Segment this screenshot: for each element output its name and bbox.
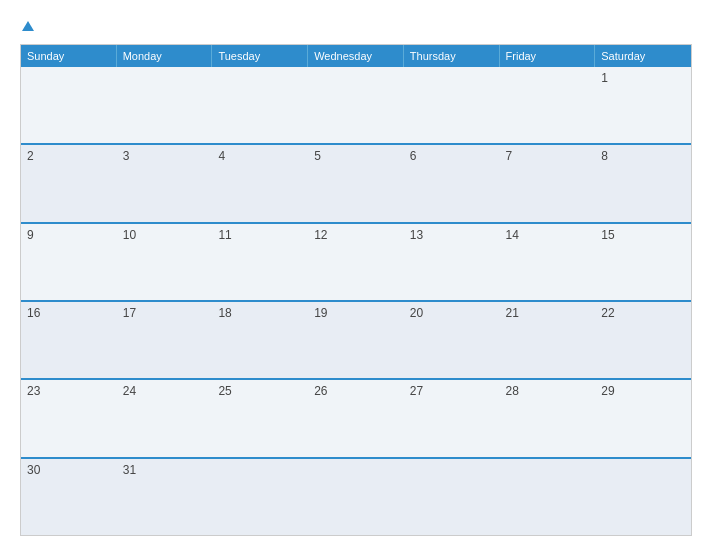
day-number: 12	[314, 228, 398, 242]
week-row-1: 1	[21, 67, 691, 143]
calendar-body: 1234567891011121314151617181920212223242…	[21, 67, 691, 535]
calendar-grid: SundayMondayTuesdayWednesdayThursdayFrid…	[20, 44, 692, 536]
empty-cell-w5d5	[500, 459, 596, 535]
day-number: 4	[218, 149, 302, 163]
day-28: 28	[500, 380, 596, 456]
day-18: 18	[212, 302, 308, 378]
day-12: 12	[308, 224, 404, 300]
week-row-4: 16171819202122	[21, 300, 691, 378]
day-5: 5	[308, 145, 404, 221]
day-header-saturday: Saturday	[595, 45, 691, 67]
day-11: 11	[212, 224, 308, 300]
day-number: 14	[506, 228, 590, 242]
day-30: 30	[21, 459, 117, 535]
day-number: 24	[123, 384, 207, 398]
day-number: 31	[123, 463, 207, 477]
day-20: 20	[404, 302, 500, 378]
day-10: 10	[117, 224, 213, 300]
empty-cell-w5d6	[595, 459, 691, 535]
day-24: 24	[117, 380, 213, 456]
day-number: 2	[27, 149, 111, 163]
logo-triangle-icon	[22, 21, 34, 31]
week-row-5: 23242526272829	[21, 378, 691, 456]
day-number: 13	[410, 228, 494, 242]
empty-cell-w5d3	[308, 459, 404, 535]
day-8: 8	[595, 145, 691, 221]
day-number: 8	[601, 149, 685, 163]
day-27: 27	[404, 380, 500, 456]
calendar-header	[20, 18, 692, 34]
day-number: 16	[27, 306, 111, 320]
day-number: 29	[601, 384, 685, 398]
day-header-monday: Monday	[117, 45, 213, 67]
day-number: 7	[506, 149, 590, 163]
day-31: 31	[117, 459, 213, 535]
day-15: 15	[595, 224, 691, 300]
empty-cell-w0d3	[308, 67, 404, 143]
day-number: 10	[123, 228, 207, 242]
day-22: 22	[595, 302, 691, 378]
day-number: 20	[410, 306, 494, 320]
day-header-sunday: Sunday	[21, 45, 117, 67]
calendar-page: SundayMondayTuesdayWednesdayThursdayFrid…	[0, 0, 712, 550]
day-29: 29	[595, 380, 691, 456]
day-number: 28	[506, 384, 590, 398]
empty-cell-w5d4	[404, 459, 500, 535]
empty-cell-w0d2	[212, 67, 308, 143]
empty-cell-w0d4	[404, 67, 500, 143]
day-number: 23	[27, 384, 111, 398]
day-header-wednesday: Wednesday	[308, 45, 404, 67]
empty-cell-w5d2	[212, 459, 308, 535]
day-19: 19	[308, 302, 404, 378]
day-9: 9	[21, 224, 117, 300]
day-number: 3	[123, 149, 207, 163]
day-number: 17	[123, 306, 207, 320]
day-number: 19	[314, 306, 398, 320]
day-16: 16	[21, 302, 117, 378]
day-number: 9	[27, 228, 111, 242]
day-7: 7	[500, 145, 596, 221]
empty-cell-w0d1	[117, 67, 213, 143]
logo-blue-text	[20, 18, 34, 34]
day-2: 2	[21, 145, 117, 221]
day-21: 21	[500, 302, 596, 378]
day-number: 21	[506, 306, 590, 320]
day-number: 1	[601, 71, 685, 85]
day-number: 26	[314, 384, 398, 398]
day-header-tuesday: Tuesday	[212, 45, 308, 67]
empty-cell-w0d5	[500, 67, 596, 143]
day-3: 3	[117, 145, 213, 221]
day-13: 13	[404, 224, 500, 300]
day-25: 25	[212, 380, 308, 456]
day-number: 22	[601, 306, 685, 320]
day-number: 18	[218, 306, 302, 320]
empty-cell-w0d0	[21, 67, 117, 143]
day-17: 17	[117, 302, 213, 378]
day-1: 1	[595, 67, 691, 143]
day-number: 27	[410, 384, 494, 398]
day-number: 6	[410, 149, 494, 163]
day-number: 25	[218, 384, 302, 398]
day-number: 5	[314, 149, 398, 163]
week-row-2: 2345678	[21, 143, 691, 221]
day-number: 30	[27, 463, 111, 477]
day-4: 4	[212, 145, 308, 221]
day-header-thursday: Thursday	[404, 45, 500, 67]
day-header-friday: Friday	[500, 45, 596, 67]
calendar-days-header: SundayMondayTuesdayWednesdayThursdayFrid…	[21, 45, 691, 67]
day-23: 23	[21, 380, 117, 456]
logo	[20, 18, 34, 34]
day-number: 11	[218, 228, 302, 242]
day-26: 26	[308, 380, 404, 456]
day-14: 14	[500, 224, 596, 300]
week-row-6: 3031	[21, 457, 691, 535]
day-6: 6	[404, 145, 500, 221]
day-number: 15	[601, 228, 685, 242]
week-row-3: 9101112131415	[21, 222, 691, 300]
